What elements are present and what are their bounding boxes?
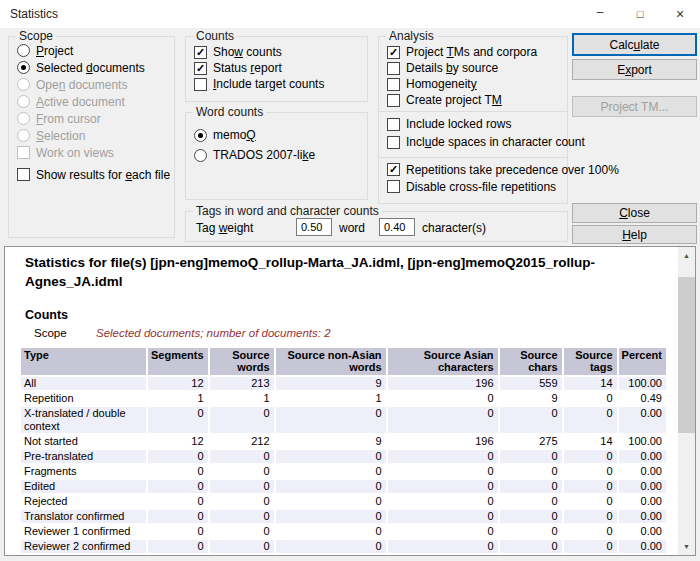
- scrollbar-thumb[interactable]: [678, 277, 695, 433]
- help-button[interactable]: Help: [572, 225, 697, 244]
- cell-value: 0: [210, 450, 274, 463]
- row-label: Not started: [21, 435, 146, 448]
- scope-from-cursor-radio: [17, 112, 30, 125]
- scope-selection-option: Selection: [17, 127, 174, 144]
- window-title: Statistics: [10, 7, 58, 21]
- maximize-icon: □: [637, 8, 644, 20]
- export-button[interactable]: Export: [572, 59, 697, 80]
- column-header: Type: [21, 348, 146, 375]
- show-counts-checkbox[interactable]: ✓: [194, 46, 207, 59]
- memoq-label: memoQ: [213, 128, 256, 142]
- tags-group: Tags in word and character counts Tag we…: [185, 211, 568, 242]
- include-target-counts-option: Include target counts: [194, 76, 367, 92]
- cell-value: 0: [276, 465, 386, 478]
- create-project-tm-checkbox[interactable]: [387, 94, 400, 107]
- scope-group-label: Scope: [16, 29, 56, 43]
- status-report-checkbox[interactable]: ✓: [194, 62, 207, 75]
- row-label: Pre-translated: [21, 450, 146, 463]
- maximize-button[interactable]: □: [620, 0, 660, 28]
- scroll-up-icon[interactable]: ▲: [678, 247, 695, 264]
- cell-value: 0: [210, 407, 274, 433]
- scope-selection-label: Selection: [36, 129, 85, 143]
- cell-value: 0: [564, 510, 617, 523]
- cell-value: 0: [564, 525, 617, 538]
- minimize-button[interactable]: –: [580, 0, 620, 28]
- table-row: Pre-translated0000000.00: [21, 450, 666, 463]
- show-results-for-each-file-checkbox[interactable]: [17, 168, 30, 181]
- column-header: Percent: [619, 348, 666, 375]
- analysis-options-1: ✓Project TMs and corporaDetails by sourc…: [379, 37, 567, 108]
- disable-cross-file-repetitions-checkbox[interactable]: [387, 180, 400, 193]
- analysis-options-3: ✓Repetitions take precedence over 100%Di…: [379, 161, 567, 195]
- cell-value: 0: [500, 480, 562, 493]
- cell-value: 212: [210, 435, 274, 448]
- cell-value: 0.00: [619, 495, 666, 508]
- cell-value: 0: [276, 407, 386, 433]
- scope-open-documents-option: Open documents: [17, 76, 174, 93]
- statistics-dialog: { "window": { "title": "Statistics" }, "…: [0, 0, 700, 561]
- results-scope-value: Selected documents; number of documents:…: [96, 327, 331, 339]
- calculate-button[interactable]: Calculate: [572, 33, 697, 56]
- close-dialog-button[interactable]: Close: [572, 203, 697, 223]
- homogeneity-checkbox[interactable]: [387, 78, 400, 91]
- repetitions-take-precedence-checkbox[interactable]: ✓: [387, 163, 400, 176]
- row-label: Fragments: [21, 465, 146, 478]
- table-row: Locked0000000.00: [21, 555, 666, 556]
- cell-value: 0: [500, 495, 562, 508]
- results-panel: Statistics for file(s) [jpn-eng]memoQ_ro…: [4, 246, 696, 556]
- cell-value: 0: [564, 465, 617, 478]
- status-report-label: Status report: [213, 61, 282, 75]
- cell-value: 0: [500, 407, 562, 433]
- table-row: Not started12212919627514100.00: [21, 435, 666, 448]
- include-target-counts-checkbox[interactable]: [194, 78, 207, 91]
- tag-character-unit-label: character(s): [422, 221, 486, 235]
- cell-value: 100.00: [619, 377, 666, 390]
- minimize-icon: –: [597, 5, 604, 19]
- table-row: Reviewer 1 confirmed0000000.00: [21, 525, 666, 538]
- vertical-scrollbar[interactable]: ▲ ▼: [678, 247, 695, 555]
- scroll-down-icon[interactable]: ▼: [678, 538, 695, 555]
- cell-value: 0: [210, 510, 274, 523]
- scope-active-document-label: Active document: [36, 95, 125, 109]
- project-tms-and-corpora-checkbox[interactable]: ✓: [387, 46, 400, 59]
- cell-value: 0: [148, 495, 208, 508]
- row-label: Reviewer 1 confirmed: [21, 525, 146, 538]
- tags-group-label: Tags in word and character counts: [193, 204, 382, 218]
- word-counts-options: memoQTRADOS 2007-like: [186, 113, 367, 165]
- counts-options: ✓Show counts✓Status reportInclude target…: [186, 37, 367, 92]
- cell-value: 0.00: [619, 525, 666, 538]
- counts-heading: Counts: [25, 308, 68, 322]
- table-row: Edited0000000.00: [21, 480, 666, 493]
- scope-project-radio[interactable]: [17, 44, 30, 57]
- project-tms-and-corpora-option: ✓Project TMs and corpora: [387, 44, 567, 60]
- row-label: Locked: [21, 555, 146, 556]
- scope-selected-documents-radio[interactable]: [17, 61, 30, 74]
- trados-2007-like-radio[interactable]: [194, 149, 207, 162]
- cell-value: 0: [210, 555, 274, 556]
- show-counts-option: ✓Show counts: [194, 44, 367, 60]
- work-on-views-checkbox: [17, 146, 30, 159]
- include-locked-rows-checkbox[interactable]: [387, 118, 400, 131]
- close-button[interactable]: ×: [660, 0, 700, 28]
- details-by-source-label: Details by source: [406, 61, 498, 75]
- word-counts-group: Word counts memoQTRADOS 2007-like: [185, 112, 368, 200]
- details-by-source-checkbox[interactable]: [387, 62, 400, 75]
- cell-value: 100.00: [619, 435, 666, 448]
- include-spaces-in-character-count-checkbox[interactable]: [387, 136, 400, 149]
- cell-value: 1: [148, 392, 208, 405]
- tag-weight-character-input[interactable]: [379, 218, 415, 236]
- cell-value: 0: [210, 525, 274, 538]
- show-results-for-each-file-label: Show results for each file: [36, 168, 170, 182]
- table-row: Translator confirmed0000000.00: [21, 510, 666, 523]
- cell-value: 1: [276, 392, 386, 405]
- include-spaces-in-character-count-option: Include spaces in character count: [387, 133, 567, 151]
- analysis-group-label: Analysis: [386, 29, 437, 43]
- memoq-radio[interactable]: [194, 129, 207, 142]
- cell-value: 0: [500, 510, 562, 523]
- trados-2007-like-label: TRADOS 2007-like: [213, 148, 315, 162]
- tag-weight-word-input[interactable]: [296, 218, 332, 236]
- cell-value: 0.49: [619, 392, 666, 405]
- cell-value: 0: [276, 555, 386, 556]
- column-header: Segments: [148, 348, 208, 375]
- close-icon: ×: [676, 6, 684, 22]
